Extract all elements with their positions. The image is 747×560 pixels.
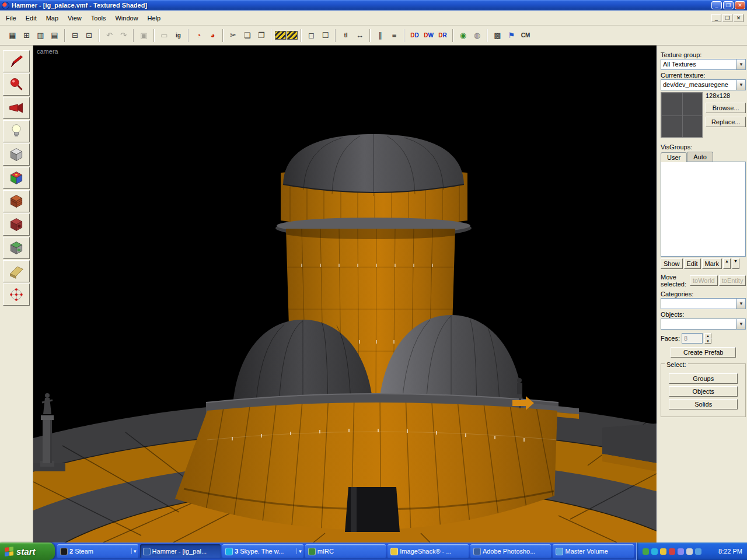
chevron-down-icon[interactable]: ▼ [736, 299, 745, 309]
cut-icon[interactable]: ✂ [226, 29, 240, 41]
spinner-up-icon[interactable]: ▲ [704, 333, 711, 338]
tray-icon-6[interactable] [686, 548, 693, 555]
flip-vertical-icon[interactable]: ≡ [388, 29, 401, 41]
chevron-down-icon[interactable]: ▼ [736, 60, 745, 69]
faces-spinner[interactable]: ▲ ▼ [704, 333, 711, 344]
texture-application-tool-button[interactable] [3, 167, 30, 189]
task-hammer[interactable]: Hammer - [ig_pal... [140, 544, 221, 558]
create-prefab-button[interactable]: Create Prefab [671, 347, 736, 358]
dd-toggle-icon[interactable]: DD [408, 29, 421, 41]
task-master-volume[interactable]: Master Volume [553, 544, 634, 558]
dr-toggle-icon[interactable]: DR [436, 29, 449, 41]
select-objects-button[interactable]: Objects [669, 386, 738, 397]
cm-toggle-icon[interactable]: CM [519, 29, 532, 41]
show-grid-icon[interactable]: ⊞ [20, 29, 33, 41]
faces-input[interactable]: 8 [682, 333, 703, 344]
current-texture-select[interactable]: dev/dev_measuregene ▼ [661, 79, 746, 90]
task-steam[interactable]: 2 Steam ▾ [57, 544, 138, 558]
entity-tool-button[interactable] [3, 120, 30, 142]
task-mirc[interactable]: mIRC [305, 544, 386, 558]
menu-map[interactable]: Map [41, 12, 63, 24]
tray-icon-5[interactable] [678, 548, 684, 555]
hide-selected-icon[interactable] [275, 31, 286, 40]
overlay-tool-button[interactable] [3, 237, 30, 259]
undo-icon[interactable]: ↶ [103, 29, 116, 41]
menu-tools[interactable]: Tools [86, 12, 111, 24]
texture-group-select[interactable]: All Textures ▼ [661, 59, 746, 70]
tray-icon-1[interactable] [643, 548, 649, 555]
tab-auto[interactable]: Auto [687, 152, 713, 162]
select-solids-button[interactable]: Solids [669, 399, 738, 410]
categories-select[interactable]: ▼ [661, 298, 746, 309]
tray-icon-4[interactable] [669, 548, 675, 555]
tray-icon-7[interactable] [695, 548, 701, 555]
spinner-down-icon[interactable]: ▼ [704, 338, 711, 344]
dw-toggle-icon[interactable]: DW [422, 29, 435, 41]
larger-grid-icon[interactable]: ▤ [48, 29, 61, 41]
menu-help[interactable]: Help [143, 12, 166, 24]
objects-select[interactable]: ▼ [661, 318, 746, 330]
entity-report-icon[interactable]: ▭ [158, 29, 171, 41]
load-window-state-icon[interactable]: ⊟ [68, 29, 82, 41]
select-groups-button[interactable]: Groups [669, 373, 738, 384]
toggle-group-ignore-icon[interactable]: ig [172, 29, 185, 41]
object-properties-icon[interactable]: ▣ [137, 29, 151, 41]
vertex-manipulation-tool-button[interactable] [3, 284, 30, 306]
tray-icon-2[interactable] [651, 548, 658, 555]
sphere-tool-icon[interactable]: ◍ [470, 29, 484, 41]
toggle-select-by-handles-icon[interactable]: ◻ [305, 29, 318, 41]
displacement-grid-icon[interactable]: ▩ [491, 29, 504, 41]
save-window-state-icon[interactable]: ⊡ [82, 29, 96, 41]
mdi-close-button[interactable]: ✕ [734, 14, 743, 22]
block-tool-button[interactable] [3, 144, 30, 166]
task-photoshop[interactable]: Adobe Photosho... [470, 544, 551, 558]
selection-tool-button[interactable] [3, 50, 30, 72]
toggle-auto-selection-icon[interactable]: ☐ [319, 29, 332, 41]
flip-horizontal-icon[interactable]: ∥ [374, 29, 387, 41]
start-button[interactable]: start [0, 542, 55, 560]
apply-decals-tool-button[interactable] [3, 214, 30, 236]
chevron-down-icon[interactable]: ▾ [131, 548, 137, 554]
run-map-icon[interactable]: ◉ [456, 29, 470, 41]
menu-view[interactable]: View [63, 12, 86, 24]
menu-file[interactable]: File [1, 12, 21, 24]
close-button[interactable]: ✕ [735, 1, 745, 9]
scaling-texture-lock-icon[interactable]: ↔ [353, 29, 366, 41]
show-button[interactable]: Show [661, 258, 683, 269]
chevron-down-icon[interactable]: ▾ [296, 548, 302, 554]
minimize-button[interactable]: _ [711, 1, 722, 9]
make-hollow-icon[interactable]: ◕ [206, 29, 219, 41]
restore-button[interactable]: ❐ [723, 1, 734, 9]
clipping-tool-button[interactable] [3, 260, 30, 282]
task-skype[interactable]: 3 Skype. The w... ▾ [222, 544, 303, 558]
tray-icon-3[interactable] [660, 548, 666, 555]
chevron-down-icon[interactable]: ▼ [736, 80, 745, 90]
mdi-restore-button[interactable]: ❐ [722, 14, 732, 22]
flag-toggle-icon[interactable]: ⚑ [505, 29, 518, 41]
browse-button[interactable]: Browse... [706, 103, 746, 113]
move-down-button[interactable]: ▼ [732, 258, 739, 269]
toworld-button[interactable]: toWorld [690, 275, 718, 286]
snap-to-grid-icon[interactable]: ▦ [6, 29, 19, 41]
paste-icon[interactable]: ❐ [254, 29, 268, 41]
tab-user[interactable]: User [661, 152, 687, 162]
chevron-down-icon[interactable]: ▼ [736, 319, 745, 329]
mark-button[interactable]: Mark [702, 258, 722, 269]
copy-icon[interactable]: ❏ [240, 29, 254, 41]
3d-viewport[interactable]: camera [33, 46, 657, 542]
edit-button[interactable]: Edit [684, 258, 701, 269]
toentity-button[interactable]: toEntity [719, 275, 746, 286]
hide-unselected-icon[interactable] [287, 31, 298, 40]
menu-edit[interactable]: Edit [21, 12, 41, 24]
mdi-minimize-button[interactable]: _ [711, 14, 721, 22]
replace-button[interactable]: Replace... [706, 117, 746, 127]
carve-icon[interactable]: ◔ [192, 29, 205, 41]
texture-lock-icon[interactable]: tl [339, 29, 352, 41]
menu-window[interactable]: Window [110, 12, 142, 24]
task-imageshack[interactable]: ImageShack® - ... [388, 544, 469, 558]
magnify-tool-button[interactable] [3, 74, 30, 96]
apply-current-texture-tool-button[interactable] [3, 190, 30, 212]
redo-icon[interactable]: ↷ [117, 29, 130, 41]
smaller-grid-icon[interactable]: ▥ [34, 29, 47, 41]
camera-tool-button[interactable] [3, 97, 30, 119]
